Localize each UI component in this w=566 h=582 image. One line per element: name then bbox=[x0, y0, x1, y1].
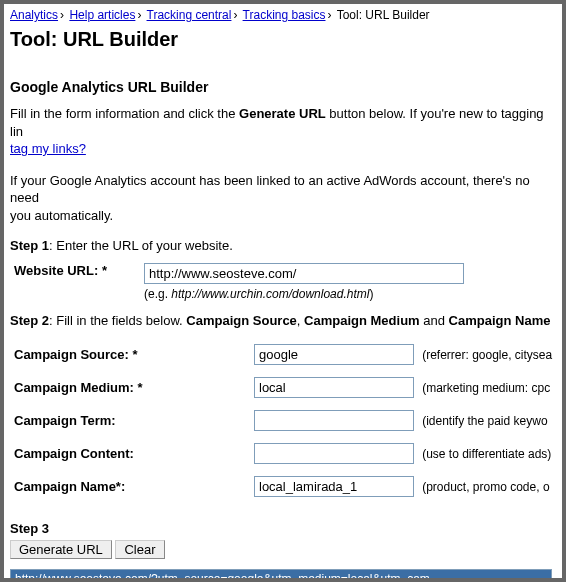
tag-links-link[interactable]: tag my links? bbox=[10, 141, 86, 156]
step-2-heading: Step 2: Fill in the fields below. Campai… bbox=[10, 313, 556, 328]
intro-paragraph-1: Fill in the form information and click t… bbox=[10, 105, 556, 158]
campaign-content-hint: (use to differentiate ads) bbox=[422, 437, 560, 470]
campaign-content-label: Campaign Content: bbox=[14, 437, 254, 470]
generate-url-button[interactable]: Generate URL bbox=[10, 540, 112, 559]
intro-paragraph-2: If your Google Analytics account has bee… bbox=[10, 172, 556, 225]
campaign-name-input[interactable] bbox=[254, 476, 414, 497]
campaign-source-hint: (referrer: google, citysea bbox=[422, 338, 560, 371]
crumb-help[interactable]: Help articles bbox=[69, 8, 135, 22]
website-url-example: (e.g. http://www.urchin.com/download.htm… bbox=[144, 287, 556, 301]
step-1-heading: Step 1: Enter the URL of your website. bbox=[10, 238, 556, 253]
clear-button[interactable]: Clear bbox=[115, 540, 164, 559]
row-campaign-medium: Campaign Medium: * (marketing medium: cp… bbox=[14, 371, 560, 404]
step-3-heading: Step 3 bbox=[10, 521, 556, 536]
crumb-tracking-basics[interactable]: Tracking basics bbox=[243, 8, 326, 22]
row-campaign-term: Campaign Term: (identify the paid keywo bbox=[14, 404, 560, 437]
campaign-medium-input[interactable] bbox=[254, 377, 414, 398]
campaign-term-input[interactable] bbox=[254, 410, 414, 431]
breadcrumb: Analytics› Help articles› Tracking centr… bbox=[10, 8, 556, 22]
crumb-current: Tool: URL Builder bbox=[337, 8, 430, 22]
campaign-term-label: Campaign Term: bbox=[14, 404, 254, 437]
campaign-source-input[interactable] bbox=[254, 344, 414, 365]
crumb-tracking-central[interactable]: Tracking central bbox=[147, 8, 232, 22]
campaign-medium-label: Campaign Medium: * bbox=[14, 371, 254, 404]
campaign-content-input[interactable] bbox=[254, 443, 414, 464]
row-campaign-name: Campaign Name*: (product, promo code, o bbox=[14, 470, 560, 503]
campaign-name-hint: (product, promo code, o bbox=[422, 470, 560, 503]
result-url-output[interactable] bbox=[10, 569, 552, 582]
campaign-term-hint: (identify the paid keywo bbox=[422, 404, 560, 437]
page-title: Tool: URL Builder bbox=[10, 28, 556, 51]
campaign-name-label: Campaign Name*: bbox=[14, 470, 254, 503]
website-url-label: Website URL: * bbox=[14, 263, 144, 278]
row-campaign-content: Campaign Content: (use to differentiate … bbox=[14, 437, 560, 470]
row-campaign-source: Campaign Source: * (referrer: google, ci… bbox=[14, 338, 560, 371]
campaign-medium-hint: (marketing medium: cpc bbox=[422, 371, 560, 404]
crumb-analytics[interactable]: Analytics bbox=[10, 8, 58, 22]
section-subtitle: Google Analytics URL Builder bbox=[10, 79, 556, 95]
campaign-source-label: Campaign Source: * bbox=[14, 338, 254, 371]
website-url-input[interactable] bbox=[144, 263, 464, 284]
